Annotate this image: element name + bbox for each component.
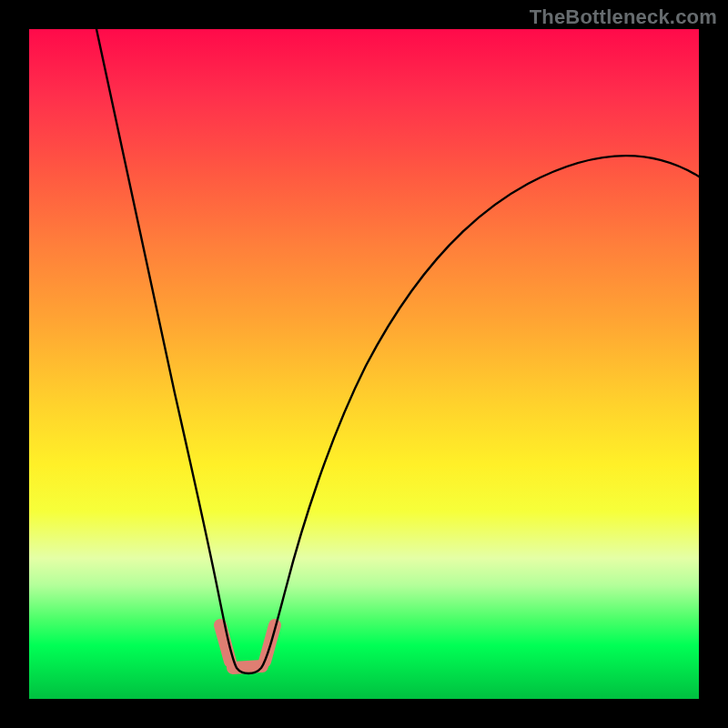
plot-area — [29, 29, 699, 699]
watermark-text: TheBottleneck.com — [530, 5, 717, 29]
bottleneck-curve-path — [96, 29, 699, 673]
bottleneck-curve — [29, 29, 699, 699]
chart-frame: TheBottleneck.com — [0, 0, 728, 728]
curve-highlight — [220, 625, 275, 668]
